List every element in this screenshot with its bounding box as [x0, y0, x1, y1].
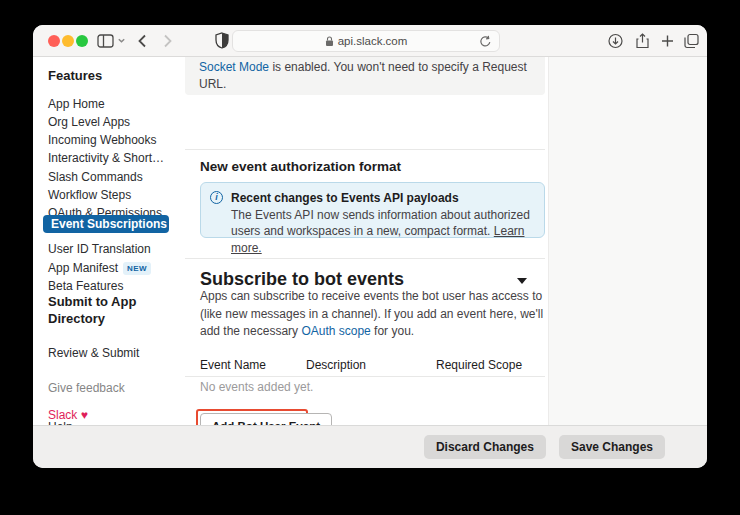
sidebar-item-incoming-webhooks[interactable]: Incoming Webhooks	[48, 133, 157, 147]
column-header-required-scope: Required Scope	[436, 358, 522, 372]
sidebar-item-review-submit[interactable]: Review & Submit	[48, 346, 139, 360]
new-badge: NEW	[123, 262, 151, 275]
heart-icon: ♥	[81, 408, 88, 422]
minimize-button[interactable]	[62, 35, 74, 47]
sidebar-item-slash-commands[interactable]: Slash Commands	[48, 170, 143, 184]
sidebar: Features App Home Org Level Apps Incomin…	[33, 57, 180, 425]
sidebar-item-app-home[interactable]: App Home	[48, 97, 105, 111]
back-icon[interactable]	[137, 34, 147, 48]
info-banner-body: The Events API now sends information abo…	[231, 208, 530, 239]
browser-toolbar: api.slack.com	[33, 25, 707, 57]
shield-icon[interactable]	[215, 32, 229, 49]
page-right-margin	[548, 57, 707, 425]
sidebar-item-user-id-translation[interactable]: User ID Translation	[48, 242, 151, 256]
divider	[185, 258, 545, 259]
download-icon[interactable]	[607, 33, 624, 49]
save-bar: Discard Changes Save Changes	[33, 425, 707, 468]
column-header-event-name: Event Name	[200, 358, 266, 372]
sidebar-item-give-feedback[interactable]: Give feedback	[48, 381, 125, 395]
socket-mode-notice: Socket Mode is enabled. You won't need t…	[185, 57, 545, 95]
sidebar-item-label: App Manifest	[48, 261, 118, 275]
sidebar-item-app-manifest[interactable]: App ManifestNEW	[48, 261, 151, 275]
collapse-caret-icon[interactable]	[517, 278, 527, 284]
table-header-divider	[185, 376, 545, 377]
empty-events-text: No events added yet.	[200, 380, 313, 394]
reload-icon[interactable]	[479, 35, 492, 48]
lock-icon	[325, 36, 334, 47]
subscribe-description: Apps can subscribe to receive events the…	[200, 288, 566, 341]
tabs-icon[interactable]	[683, 33, 700, 49]
column-header-description: Description	[306, 358, 366, 372]
auth-format-heading: New event authorization format	[200, 159, 401, 174]
new-tab-icon[interactable]	[659, 33, 676, 49]
save-changes-button[interactable]: Save Changes	[559, 435, 665, 459]
sidebar-section-features: Features	[48, 68, 102, 83]
sidebar-item-workflow-steps[interactable]: Workflow Steps	[48, 188, 131, 202]
sidebar-item-org-level-apps[interactable]: Org Level Apps	[48, 115, 130, 129]
description-text: for you.	[371, 324, 414, 338]
sidebar-item-interactivity[interactable]: Interactivity & Short…	[48, 151, 164, 165]
subscribe-heading: Subscribe to bot events	[200, 269, 404, 290]
browser-window: api.slack.com Features App Home Org Leve…	[33, 25, 707, 468]
close-button[interactable]	[48, 35, 60, 47]
info-banner-title: Recent changes to Events API payloads	[231, 190, 534, 207]
add-bot-user-event-button[interactable]: Add Bot User Event	[200, 413, 332, 425]
socket-mode-link[interactable]: Socket Mode	[199, 60, 269, 74]
main-content: Socket Mode is enabled. You won't need t…	[180, 57, 548, 425]
sidebar-item-event-subscriptions[interactable]: Event Subscriptions	[43, 215, 169, 233]
oauth-scope-link[interactable]: OAuth scope	[301, 324, 370, 338]
chevron-down-icon[interactable]	[117, 36, 126, 45]
zoom-button[interactable]	[76, 35, 88, 47]
sidebar-toggle-icon[interactable]	[97, 33, 114, 49]
sidebar-item-beta-features[interactable]: Beta Features	[48, 279, 123, 293]
url-text: api.slack.com	[338, 35, 408, 47]
info-banner: i Recent changes to Events API payloads …	[200, 182, 545, 238]
url-bar[interactable]: api.slack.com	[232, 30, 500, 52]
sidebar-section-submit: Submit to App Directory	[48, 293, 158, 327]
share-icon[interactable]	[634, 33, 651, 49]
page-content: Features App Home Org Level Apps Incomin…	[33, 57, 707, 425]
divider	[185, 149, 545, 150]
info-icon: i	[210, 191, 223, 204]
discard-changes-button[interactable]: Discard Changes	[424, 435, 546, 459]
forward-icon	[163, 34, 173, 48]
